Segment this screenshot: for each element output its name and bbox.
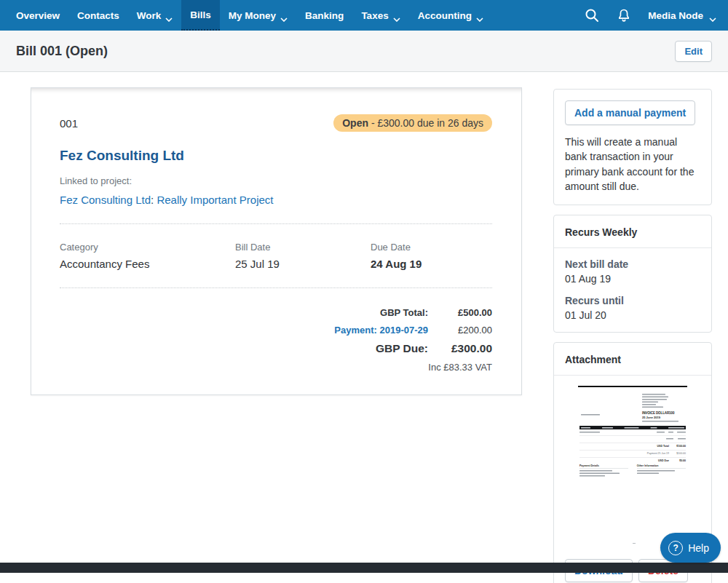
nav-item-accounting[interactable]: Accounting xyxy=(409,0,492,31)
status-badge: Open - £300.00 due in 26 days xyxy=(333,114,492,132)
divider xyxy=(554,247,711,248)
attachment-document-preview: INVOICE DOLLAR100 25 June 2019 USD Tot xyxy=(576,386,689,549)
due-date-value: 24 Aug 19 xyxy=(371,258,492,270)
manual-payment-description: This will create a manual bank transacti… xyxy=(565,135,700,194)
help-label: Help xyxy=(688,542,709,554)
total-label: GBP Total: xyxy=(380,307,428,318)
next-bill-date-label: Next bill date xyxy=(565,258,700,270)
totals-block: GBP Total: £500.00 Payment: 2019-07-29 £… xyxy=(60,307,492,373)
thumb-table-header xyxy=(579,426,686,429)
payment-amount: £200.00 xyxy=(458,325,492,336)
thumb-payment-details-heading: Payment Details xyxy=(579,464,628,469)
status-detail: - £300.00 due in 26 days xyxy=(371,117,483,129)
next-bill-date-group: Next bill date 01 Aug 19 xyxy=(565,258,700,285)
thumb-table-rows: USD Total$100.00 Payment 25 Jun 19$100.0… xyxy=(579,432,686,465)
thumb-other-information-heading: Other Information xyxy=(637,464,686,469)
nav-item-banking[interactable]: Banking xyxy=(296,0,352,31)
question-mark-icon: ? xyxy=(668,541,683,555)
project-separator: : xyxy=(151,194,154,206)
thumb-invoice-header: INVOICE DOLLAR100 25 June 2019 xyxy=(642,411,686,422)
nav-item-overview[interactable]: Overview xyxy=(7,0,68,31)
category-label: Category xyxy=(60,242,235,253)
recurs-until-value: 01 Jul 20 xyxy=(565,309,700,321)
nav-utilities: Media Node xyxy=(579,0,721,31)
thumb-footer-sections: Payment Details Other Information xyxy=(579,464,686,478)
nav-item-bills[interactable]: Bills xyxy=(181,0,220,31)
chevron-down-icon xyxy=(393,13,400,17)
chevron-down-icon xyxy=(476,13,483,17)
page-header: Bill 001 (Open) Edit xyxy=(0,31,728,72)
bill-fields: Category Accountancy Fees Bill Date 25 J… xyxy=(60,242,492,270)
nav-item-work[interactable]: Work xyxy=(128,0,182,31)
nav-item-contacts[interactable]: Contacts xyxy=(68,0,128,31)
nav-item-taxes[interactable]: Taxes xyxy=(352,0,408,31)
manual-payment-panel: Add a manual payment This will create a … xyxy=(553,89,712,205)
thumb-top-rule xyxy=(578,386,687,387)
bill-date-label: Bill Date xyxy=(235,242,371,253)
account-menu[interactable]: Media Node xyxy=(644,10,721,21)
thumb-due-line xyxy=(642,421,678,422)
help-button[interactable]: ? Help xyxy=(660,533,721,563)
page-title: Bill 001 (Open) xyxy=(16,44,108,59)
project-link[interactable]: Really Important Project xyxy=(157,194,273,206)
project-contact-link[interactable]: Fez Consulting Ltd xyxy=(60,194,151,206)
edit-button[interactable]: Edit xyxy=(675,41,712,62)
recurring-panel: Recurs Weekly Next bill date 01 Aug 19 R… xyxy=(553,215,712,333)
thumb-recipient-line xyxy=(581,414,600,416)
nav-item-my-money[interactable]: My Money xyxy=(220,0,296,31)
thumb-invoice-date: 25 June 2019 xyxy=(642,416,686,420)
thumb-invoice-title: INVOICE DOLLAR100 xyxy=(642,411,686,415)
bill-card: 001 Open - £300.00 due in 26 days Fez Co… xyxy=(31,87,522,395)
recurs-until-group: Recurs until 01 Jul 20 xyxy=(565,295,700,321)
bill-card-top: 001 Open - £300.00 due in 26 days xyxy=(60,114,492,132)
contact-link[interactable]: Fez Consulting Ltd xyxy=(60,148,184,164)
vat-note: Inc £83.33 VAT xyxy=(428,362,492,373)
sidebar: Add a manual payment This will create a … xyxy=(553,89,712,583)
notifications-bell-icon[interactable] xyxy=(612,3,636,28)
chevron-down-icon xyxy=(165,13,173,17)
top-nav: Overview Contacts Work Bills My Money Ba… xyxy=(0,0,728,31)
attachment-thumbnail[interactable]: INVOICE DOLLAR100 25 June 2019 USD Tot xyxy=(576,386,689,549)
due-label: GBP Due: xyxy=(376,342,428,355)
footer-bar xyxy=(0,563,728,573)
divider xyxy=(60,287,492,288)
search-icon[interactable] xyxy=(579,3,604,28)
thumb-address-block xyxy=(642,394,668,408)
payment-link[interactable]: Payment: 2019-07-29 xyxy=(334,325,428,336)
status-label: Open xyxy=(342,117,368,129)
field-category: Category Accountancy Fees xyxy=(60,242,235,270)
chevron-down-icon xyxy=(709,13,716,17)
next-bill-date-value: 01 Aug 19 xyxy=(565,273,700,285)
recurring-title: Recurs Weekly xyxy=(565,226,700,238)
attachment-title: Attachment xyxy=(565,354,700,365)
divider xyxy=(554,375,711,376)
due-amount: £300.00 xyxy=(451,342,492,355)
recurs-until-label: Recurs until xyxy=(565,295,700,306)
project-line: Fez Consulting Ltd: Really Important Pro… xyxy=(60,194,492,206)
account-name: Media Node xyxy=(648,10,703,21)
divider xyxy=(60,223,492,224)
bill-date-value: 25 Jul 19 xyxy=(235,258,371,270)
field-due-date: Due Date 24 Aug 19 xyxy=(371,242,492,270)
field-bill-date: Bill Date 25 Jul 19 xyxy=(235,242,371,270)
nav-menu: Overview Contacts Work Bills My Money Ba… xyxy=(7,0,492,31)
add-manual-payment-button[interactable]: Add a manual payment xyxy=(565,100,695,125)
bill-number: 001 xyxy=(60,114,78,130)
linked-to-project-label: Linked to project: xyxy=(60,175,492,186)
content-area: 001 Open - £300.00 due in 26 days Fez Co… xyxy=(0,72,728,573)
due-date-label: Due Date xyxy=(371,242,492,253)
total-amount: £500.00 xyxy=(458,307,492,318)
chevron-down-icon xyxy=(280,13,288,17)
category-value: Accountancy Fees xyxy=(60,258,235,270)
thumb-page-mark xyxy=(633,543,636,544)
